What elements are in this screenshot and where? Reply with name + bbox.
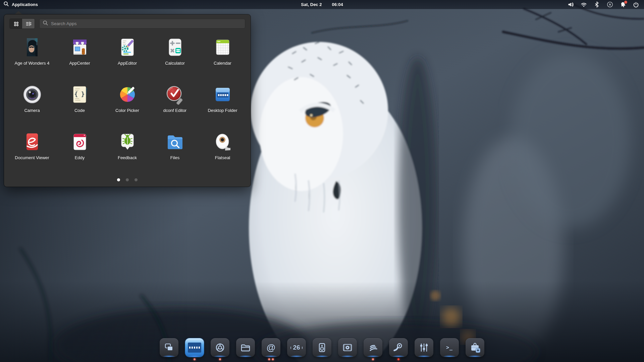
music-icon [316, 342, 328, 353]
app-feedback[interactable]: Feedback [104, 127, 151, 174]
dock-terminal[interactable]: >_ [440, 338, 459, 357]
app-label: AppCenter [69, 61, 90, 66]
dock-music[interactable] [313, 338, 331, 357]
app-color-picker[interactable]: Color Picker [104, 79, 151, 127]
grid-view-button[interactable] [10, 19, 22, 28]
panel-date: Sat, Dec 2 [301, 2, 322, 7]
app-label: Calculator [165, 61, 185, 66]
running-indicator [272, 358, 274, 360]
datetime-indicator[interactable]: Sat, Dec 2 06:04 [301, 0, 343, 9]
power-icon[interactable] [633, 1, 639, 8]
app-label: Camera [24, 108, 40, 113]
app-appcenter[interactable]: AppCenter [56, 32, 104, 79]
videos-icon [342, 342, 353, 353]
desktop-folder-icon [188, 343, 201, 353]
page-dot-1[interactable] [117, 178, 120, 181]
steam-icon [393, 342, 404, 353]
flatseal-roll-icon [212, 131, 233, 153]
calendar-icon [212, 37, 233, 58]
app-calculator[interactable]: Calculator [151, 32, 199, 79]
camera-lens-icon [21, 84, 43, 105]
desktop-folder-icon [212, 84, 233, 105]
terminal-icon: >_ [446, 345, 453, 351]
dock-files[interactable] [236, 338, 255, 357]
app-label: Code [74, 108, 85, 113]
dock-appcenter[interactable] [466, 338, 484, 357]
calendar-icon: 26 [290, 344, 303, 351]
dock: @ 26 [160, 338, 484, 357]
calculator-icon [164, 37, 186, 58]
app-label: Feedback [118, 156, 137, 160]
app-files[interactable]: Files [151, 127, 199, 174]
notification-badge [624, 1, 627, 4]
document-viewer-icon [21, 131, 43, 153]
age-of-wonders-icon [21, 37, 43, 58]
running-indicator [268, 358, 270, 360]
app-label: Flatseal [215, 156, 230, 160]
running-indicator [397, 358, 399, 360]
files-search-icon [164, 131, 186, 153]
appcenter-icon [469, 342, 481, 353]
app-dconf-editor[interactable]: dconf Editor [151, 79, 199, 127]
appeditor-icon [117, 37, 138, 58]
dock-spotify[interactable] [364, 338, 382, 357]
app-appeditor[interactable]: AppEditor [104, 32, 151, 79]
feedback-bug-icon [117, 131, 138, 153]
category-view-button[interactable] [22, 19, 35, 28]
search-input[interactable] [51, 21, 242, 26]
app-label: Document Viewer [15, 156, 49, 160]
app-age-of-wonders-4[interactable]: Age of Wonders 4 [8, 32, 56, 79]
dock-mail[interactable]: @ [262, 338, 280, 357]
app-calendar[interactable]: Calendar [199, 32, 247, 79]
app-flatseal[interactable]: Flatseal [199, 127, 247, 174]
dock-steam[interactable] [389, 338, 408, 357]
search-icon [43, 20, 48, 27]
dock-videos[interactable] [338, 338, 357, 357]
dock-desktop-folder[interactable] [185, 338, 204, 357]
applications-popover: Age of Wonders 4 [4, 14, 251, 187]
page-dot-2[interactable] [126, 178, 129, 181]
page-dot-3[interactable] [135, 178, 138, 181]
menu-toolbar [4, 14, 251, 30]
eddy-icon [69, 131, 91, 153]
app-eddy[interactable]: Eddy [56, 127, 104, 174]
system-settings-icon [418, 342, 430, 353]
app-grid: Age of Wonders 4 [4, 30, 251, 174]
mail-icon: @ [267, 343, 275, 353]
dock-calendar[interactable]: 26 [287, 338, 306, 357]
chromium-icon [214, 342, 226, 353]
appcenter-storefront-icon [69, 37, 91, 58]
wifi-icon[interactable] [580, 1, 587, 8]
svg-text:{ }: { } [74, 91, 85, 98]
spotify-icon [367, 342, 379, 353]
volume-icon[interactable] [567, 1, 574, 8]
system-tray [567, 0, 644, 9]
app-label: dconf Editor [163, 108, 186, 113]
view-mode-toggle [9, 18, 35, 29]
app-label: Desktop Folder [208, 108, 237, 113]
running-indicator [372, 358, 374, 360]
bluetooth-icon[interactable] [593, 1, 600, 8]
app-label: Calendar [214, 61, 231, 66]
running-indicator [219, 358, 221, 360]
app-desktop-folder[interactable]: Desktop Folder [199, 79, 247, 127]
search-field[interactable] [39, 19, 245, 28]
dock-multitasking-view[interactable] [160, 338, 178, 357]
app-document-viewer[interactable]: Document Viewer [8, 127, 56, 174]
dock-chromium[interactable] [211, 338, 229, 357]
search-icon [3, 1, 9, 8]
app-code[interactable]: { } Code [56, 79, 104, 127]
multitasking-view-icon [163, 342, 175, 353]
app-camera[interactable]: Camera [8, 79, 56, 127]
applications-label: Applications [12, 2, 38, 7]
app-label: Color Picker [115, 108, 139, 113]
applications-menu-button[interactable]: Applications [0, 1, 38, 8]
dconf-editor-icon [164, 84, 186, 105]
power-mode-icon[interactable] [606, 1, 613, 8]
app-label: AppEditor [118, 61, 137, 66]
notifications-icon[interactable] [620, 1, 626, 8]
app-label: Files [170, 156, 179, 160]
calendar-day: 26 [293, 344, 300, 351]
pagination-dots [4, 178, 251, 181]
dock-system-settings[interactable] [415, 338, 433, 357]
